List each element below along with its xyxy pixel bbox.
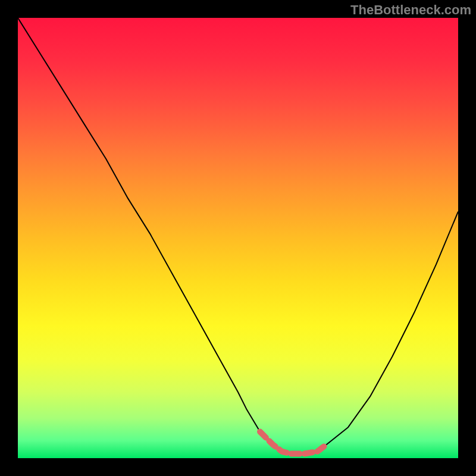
chart-svg	[18, 18, 458, 458]
plot-area	[18, 18, 458, 458]
chart-container: TheBottleneck.com	[0, 0, 476, 476]
watermark-text: TheBottleneck.com	[350, 2, 471, 18]
